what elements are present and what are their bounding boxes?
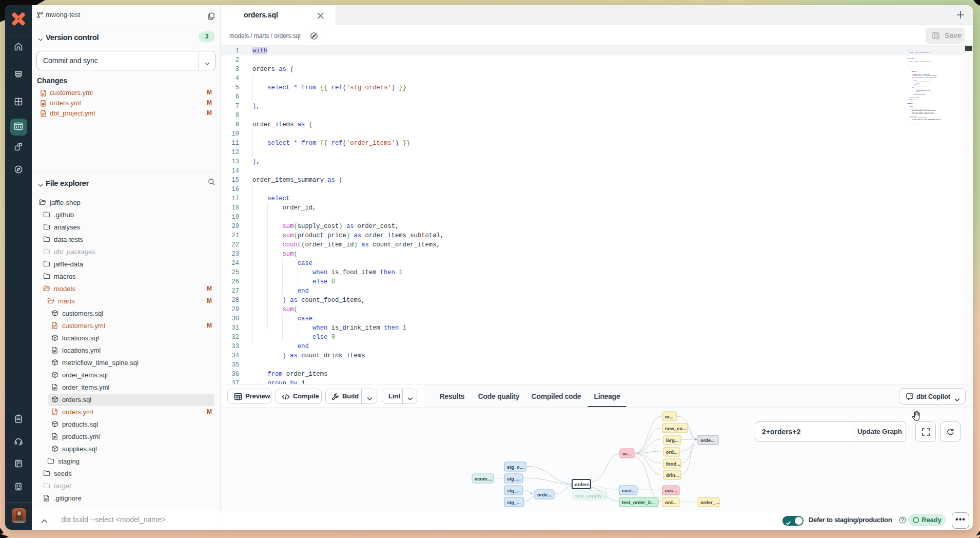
svg-text:food...: food... bbox=[666, 462, 680, 467]
svg-text:cust...: cust... bbox=[622, 488, 636, 493]
svg-text:or...: or... bbox=[622, 451, 631, 456]
svg-text:orders: orders bbox=[575, 482, 590, 487]
svg-text:cus...: cus... bbox=[665, 488, 677, 493]
svg-text:test_supply...: test_supply... bbox=[575, 493, 605, 498]
svg-text:order_...: order_... bbox=[700, 500, 719, 505]
svg-text:ecom....: ecom.... bbox=[475, 476, 493, 482]
svg-text:stg_o...: stg_o... bbox=[507, 465, 524, 470]
svg-text:stg_...: stg_... bbox=[507, 488, 521, 493]
svg-text:orde...: orde... bbox=[700, 438, 715, 443]
svg-text:ord...: ord... bbox=[665, 500, 677, 505]
svg-text:or...: or... bbox=[665, 414, 674, 419]
svg-text:orde...: orde... bbox=[537, 492, 552, 497]
svg-text:new_cu...: new_cu... bbox=[665, 426, 687, 431]
svg-text:drin...: drin... bbox=[666, 473, 679, 478]
svg-text:larg...: larg... bbox=[666, 438, 679, 443]
svg-text:stg_...: stg_... bbox=[507, 476, 521, 482]
svg-text:test_order_it...: test_order_it... bbox=[622, 500, 655, 505]
svg-text:ord...: ord... bbox=[666, 450, 678, 455]
svg-text:stg_...: stg_... bbox=[507, 500, 521, 505]
